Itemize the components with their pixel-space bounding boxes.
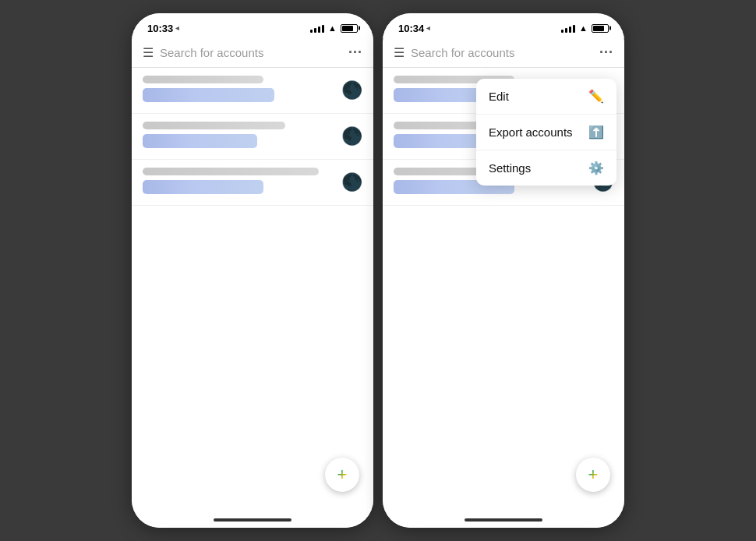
blurred-block-3 <box>143 180 263 194</box>
home-indicator-1 <box>132 514 373 528</box>
blurred-text-2 <box>143 122 285 129</box>
more-button-1[interactable]: ··· <box>348 44 362 61</box>
blurred-block-1 <box>143 88 274 102</box>
search-bar-1: ☰ Search for accounts ··· <box>132 38 373 68</box>
dropdown-export[interactable]: Export accounts ⬆️ <box>476 115 616 150</box>
settings-icon: ⚙️ <box>588 161 604 175</box>
blurred-block-2 <box>143 134 257 148</box>
more-button-2[interactable]: ··· <box>599 44 613 61</box>
hamburger-icon-2[interactable]: ☰ <box>394 45 404 60</box>
status-icons-1: ▲ <box>310 23 358 33</box>
edit-label: Edit <box>489 90 509 103</box>
nav-arrow-2: ◂ <box>426 24 430 32</box>
fab-plus-icon-2: + <box>588 466 599 483</box>
export-label: Export accounts <box>489 126 573 139</box>
wifi-icon-2: ▲ <box>579 23 588 33</box>
search-input-1[interactable]: Search for accounts <box>160 46 342 59</box>
search-input-2[interactable]: Search for accounts <box>411 46 593 59</box>
time-2: 10:34 ◂ <box>398 23 430 34</box>
fab-button-2[interactable]: + <box>576 458 610 492</box>
signal-icon-1 <box>310 23 324 33</box>
search-bar-2: ☰ Search for accounts ··· <box>383 38 624 68</box>
time-display-2: 10:34 <box>398 23 424 34</box>
export-icon: ⬆️ <box>588 125 604 140</box>
account-item-1[interactable]: 🌑 <box>132 68 373 114</box>
status-bar-1: 10:33 ◂ ▲ <box>132 13 373 38</box>
blurred-text-3 <box>143 168 319 175</box>
home-bar-2 <box>465 518 542 522</box>
edit-icon: ✏️ <box>588 89 604 104</box>
fab-plus-icon-1: + <box>337 466 348 483</box>
nav-arrow-1: ◂ <box>175 24 179 32</box>
time-display-1: 10:33 <box>147 23 173 34</box>
dropdown-settings[interactable]: Settings ⚙️ <box>476 150 616 186</box>
fab-button-1[interactable]: + <box>325 458 359 492</box>
battery-icon-2 <box>592 24 609 33</box>
home-bar-1 <box>214 518 291 522</box>
status-bar-2: 10:34 ◂ ▲ <box>383 13 624 38</box>
wifi-icon-1: ▲ <box>328 23 337 33</box>
phone-1-content: ☰ Search for accounts ··· 🌑 🌑 🌑 + <box>132 38 373 514</box>
phone-1: 10:33 ◂ ▲ ☰ Search for accounts ··· <box>132 13 373 528</box>
moon-icon-3: 🌑 <box>341 172 362 193</box>
moon-icon-2: 🌑 <box>341 126 362 147</box>
account-list-1: 🌑 🌑 🌑 <box>132 68 373 514</box>
signal-icon-2 <box>561 23 575 33</box>
dropdown-menu: Edit ✏️ Export accounts ⬆️ Settings ⚙️ <box>476 79 616 186</box>
account-item-2[interactable]: 🌑 <box>132 114 373 160</box>
blurred-text-1 <box>143 76 263 83</box>
status-icons-2: ▲ <box>561 23 609 33</box>
account-item-3[interactable]: 🌑 <box>132 160 373 206</box>
time-1: 10:33 ◂ <box>147 23 179 34</box>
phone-2-content: ☰ Search for accounts ··· Edit ✏️ Export… <box>383 38 624 514</box>
battery-icon-1 <box>341 24 358 33</box>
moon-icon-1: 🌑 <box>341 80 362 101</box>
dropdown-edit[interactable]: Edit ✏️ <box>476 79 616 115</box>
home-indicator-2 <box>383 514 624 528</box>
hamburger-icon-1[interactable]: ☰ <box>143 45 154 60</box>
settings-label: Settings <box>489 161 531 175</box>
phone-2: 10:34 ◂ ▲ ☰ Search for accounts ··· Edi <box>383 13 624 528</box>
